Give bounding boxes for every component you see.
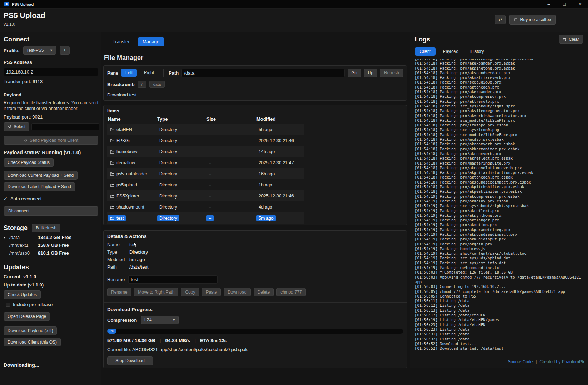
item-name: shadowmount	[116, 205, 144, 210]
column-header[interactable]: Type	[157, 116, 206, 122]
log-line: [01:54:19] Packing: prx/akreflect.prx	[415, 209, 584, 213]
prerelease-checkbox[interactable]: Include pre-release	[6, 302, 98, 307]
item-modified: 5h ago	[256, 126, 274, 133]
logs-tab[interactable]: Payload	[438, 47, 463, 56]
ps5-address-input[interactable]	[4, 68, 98, 76]
pane-right-button[interactable]: Right	[140, 69, 158, 77]
table-row[interactable]: test Directory -- 5m ago	[107, 212, 304, 224]
column-header[interactable]: Name	[108, 116, 157, 122]
compression-select[interactable]: LZ4 ▼	[141, 316, 179, 324]
table-row[interactable]: homebrew Directory -- 14h ago	[107, 146, 304, 157]
send-payload-button[interactable]: Send Payload from Client	[4, 136, 98, 145]
storage-drive-row[interactable]: ● /data 1349.2 GB Free	[4, 235, 98, 240]
table-row[interactable]: etaHEN Directory -- 5h ago	[107, 124, 304, 135]
pane-left-button[interactable]: Left	[121, 69, 137, 77]
select-payload-button[interactable]: Select	[4, 122, 29, 131]
app-icon: P	[4, 2, 9, 6]
column-header[interactable]: Modified	[256, 116, 305, 122]
folder-icon	[110, 128, 114, 131]
path-label: Path	[169, 70, 179, 76]
log-line: [01:54:18] Packing: prx/akmatrixreverb.p…	[415, 75, 584, 80]
go-button[interactable]: Go	[348, 69, 361, 77]
table-row[interactable]: shadowmount Directory -- 4d ago	[107, 201, 304, 212]
log-line: [01:56:03] Connecting to 192.168.10.2...	[415, 284, 584, 289]
minimize-button[interactable]: –	[541, 0, 557, 9]
credit-link[interactable]: Created by PhantomPtr	[540, 359, 584, 364]
field-value: Directory	[129, 249, 148, 255]
app-version: v1.1.0	[4, 22, 15, 27]
log-line: [01:54:19] Packing: shpc/content/paks/gl…	[415, 251, 584, 256]
file-action-button[interactable]: Copy	[181, 288, 199, 296]
log-line: [01:54:19] Packing: sce_sys/about/right.…	[415, 204, 584, 208]
log-line: [01:54:18] Packing: prx/akconvolutionrev…	[415, 166, 584, 170]
payload-port-text: Payload port: 9021	[4, 114, 98, 120]
item-size: --	[206, 182, 214, 188]
log-line: [01:56:11] Listing /data	[415, 299, 584, 303]
table-row[interactable]: ps5_autoloader Directory -- 16h ago	[107, 168, 304, 179]
storage-list: ● /data 1349.2 GB Free ● /mnt/ext1 158.9…	[4, 235, 98, 256]
folder-icon	[110, 172, 114, 176]
payload-file-input[interactable]	[31, 123, 99, 130]
file-action-button[interactable]: Paste	[202, 288, 221, 296]
maximize-button[interactable]: □	[557, 0, 572, 9]
check-payload-status-button[interactable]: Check Payload Status	[4, 158, 54, 167]
download-client-button[interactable]: Download Client (this OS)	[4, 338, 61, 346]
storage-refresh-button[interactable]: ↻ Refresh	[32, 224, 60, 232]
file-manager-controls: Pane Left Right Path Go Up Refresh Bread…	[103, 65, 407, 101]
log-line: [01:56:03] Applying chmod 777 recursivel…	[415, 275, 584, 285]
drive-free-space: 1349.2 GB Free	[38, 235, 71, 240]
file-action-button[interactable]: Rename	[107, 288, 131, 296]
chevron-down-icon: ▼	[172, 318, 175, 322]
item-size: --	[206, 126, 214, 133]
table-row[interactable]: ps5upload Directory -- 1h ago	[107, 179, 304, 190]
table-row[interactable]: PS5Xplorer Directory -- 2025-12-30 21:46	[107, 190, 304, 201]
up-button[interactable]: Up	[364, 69, 377, 77]
download-note: Download test...	[107, 92, 403, 98]
download-payload-elf-button[interactable]: Download Payload (.elf)	[4, 326, 57, 335]
download-current-payload-button[interactable]: Download Current Payload + Send	[4, 171, 78, 180]
corner-action-button[interactable]: ↵	[495, 15, 506, 24]
storage-drive-row[interactable]: ● /mnt/ext1 158.9 GB Free	[4, 242, 98, 248]
source-code-link[interactable]: Source Code	[508, 359, 533, 364]
table-row[interactable]: itemzflow Directory -- 2025-12-30 21:47	[107, 157, 304, 168]
breadcrumb-item[interactable]: data	[149, 81, 165, 88]
storage-drive-row[interactable]: ● /mnt/usb0 810.1 GB Free	[4, 250, 98, 256]
item-type: Directory	[157, 149, 179, 155]
logs-tab[interactable]: History	[465, 47, 489, 56]
selected-bullet-icon: ●	[4, 236, 9, 239]
close-button[interactable]: ×	[572, 0, 588, 9]
manager-tab[interactable]: Transfer	[108, 37, 135, 46]
clear-logs-button[interactable]: Clear	[559, 35, 583, 44]
log-line: [01:56:52] Download started: /data/test	[415, 346, 584, 351]
profile-select[interactable]: Test-PS5 ▼	[23, 46, 56, 55]
stop-download-button[interactable]: Stop Download	[107, 356, 153, 365]
rename-input[interactable]	[128, 275, 218, 284]
item-name: PS5Xplorer	[116, 194, 139, 199]
open-release-page-button[interactable]: Open Release Page	[4, 312, 50, 321]
log-line: [01:56:23] Listing /data	[415, 327, 584, 332]
check-updates-button[interactable]: Check Updates	[4, 290, 41, 299]
breadcrumb-item[interactable]: /	[138, 81, 146, 88]
log-output[interactable]: [01:54:18] Packing: prx/aksilencegenerat…	[415, 59, 584, 357]
logs-tab[interactable]: Client	[415, 47, 436, 56]
table-row[interactable]: FPKGi Directory -- 2025-12-30 21:46	[107, 135, 304, 146]
drive-free-space: 810.1 GB Free	[38, 250, 69, 256]
file-action-button[interactable]: Download	[224, 288, 250, 296]
ps5-address-label: PS5 Address	[4, 60, 98, 65]
disconnect-button[interactable]: Disconnect	[4, 206, 98, 216]
manager-tab[interactable]: Manage	[138, 37, 164, 46]
path-refresh-button[interactable]: Refresh	[380, 69, 403, 77]
file-action-button[interactable]: Move to Right Path	[134, 288, 178, 296]
item-size: --	[206, 149, 214, 155]
log-line: [01:54:18] Packing: prx/akexpander.prx	[415, 90, 584, 94]
item-type: Directory	[157, 204, 179, 210]
add-profile-button[interactable]: +	[60, 46, 70, 55]
path-input[interactable]	[181, 69, 344, 77]
file-action-button[interactable]: Delete	[254, 288, 274, 296]
auto-reconnect-checkbox[interactable]: ✓ Auto reconnect	[4, 196, 98, 201]
log-line: [01:54:19] Packing: prx/akparametriceq.p…	[415, 228, 584, 232]
file-action-button[interactable]: chmod 777	[276, 288, 305, 296]
column-header[interactable]: Size	[206, 116, 256, 122]
buy-coffee-button[interactable]: Buy me a coffee	[509, 15, 556, 25]
download-latest-payload-button[interactable]: Download Latest Payload + Send	[4, 182, 75, 191]
